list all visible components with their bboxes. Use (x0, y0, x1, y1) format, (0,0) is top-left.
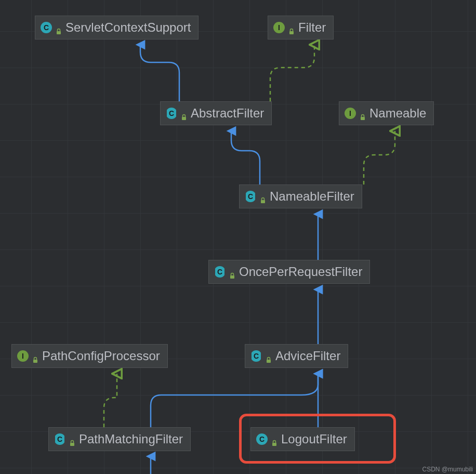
svg-rect-5 (230, 275, 234, 279)
node-servlet-context-support[interactable]: C ServletContextSupport (35, 16, 199, 40)
node-label: AbstractFilter (191, 106, 264, 121)
svg-rect-9 (272, 443, 276, 446)
node-label: AdviceFilter (275, 349, 340, 363)
node-nameable-filter[interactable]: C NameableFilter (239, 185, 362, 208)
lock-icon (32, 352, 39, 360)
svg-rect-1 (289, 31, 294, 34)
svg-rect-2 (182, 117, 186, 120)
interface-icon: I (17, 350, 29, 362)
node-label: OncePerRequestFilter (239, 265, 362, 279)
class-icon: C (256, 433, 268, 445)
abstract-class-icon: C (166, 108, 177, 119)
svg-rect-0 (57, 31, 61, 34)
lock-icon (180, 110, 188, 117)
abstract-class-icon: C (54, 433, 65, 445)
class-icon: C (41, 22, 52, 33)
watermark: CSDN @mumubili (422, 466, 473, 473)
lock-icon (69, 436, 76, 443)
interface-icon: I (273, 22, 285, 33)
node-label: NameableFilter (270, 189, 354, 204)
svg-rect-6 (33, 360, 37, 363)
lock-icon (288, 24, 295, 31)
lock-icon (359, 110, 366, 117)
abstract-class-icon: C (245, 191, 256, 202)
lock-icon (259, 193, 267, 200)
node-logout-filter[interactable]: C LogoutFilter (250, 427, 355, 451)
svg-rect-3 (361, 117, 365, 120)
diagram-canvas[interactable]: C ServletContextSupport I Filter C Abstr… (0, 0, 476, 474)
node-once-per-request-filter[interactable]: C OncePerRequestFilter (208, 260, 370, 284)
node-abstract-filter[interactable]: C AbstractFilter (160, 101, 272, 125)
node-path-matching-filter[interactable]: C PathMatchingFilter (48, 427, 191, 451)
abstract-class-icon: C (214, 266, 226, 278)
svg-rect-4 (261, 200, 265, 203)
interface-icon: I (345, 108, 356, 119)
node-path-config-processor[interactable]: I PathConfigProcessor (11, 344, 168, 368)
node-label: PathMatchingFilter (79, 432, 183, 446)
node-label: LogoutFilter (281, 432, 347, 446)
node-filter[interactable]: I Filter (268, 16, 334, 40)
lock-icon (271, 436, 278, 443)
node-label: Nameable (369, 106, 426, 121)
node-advice-filter[interactable]: C AdviceFilter (245, 344, 348, 368)
svg-rect-7 (267, 360, 271, 363)
lock-icon (55, 24, 62, 31)
lock-icon (229, 268, 236, 275)
abstract-class-icon: C (250, 350, 262, 362)
lock-icon (265, 352, 272, 360)
node-label: Filter (298, 20, 326, 35)
node-nameable[interactable]: I Nameable (339, 101, 434, 125)
node-label: PathConfigProcessor (42, 349, 160, 363)
node-label: ServletContextSupport (65, 20, 191, 35)
svg-rect-8 (70, 443, 74, 446)
